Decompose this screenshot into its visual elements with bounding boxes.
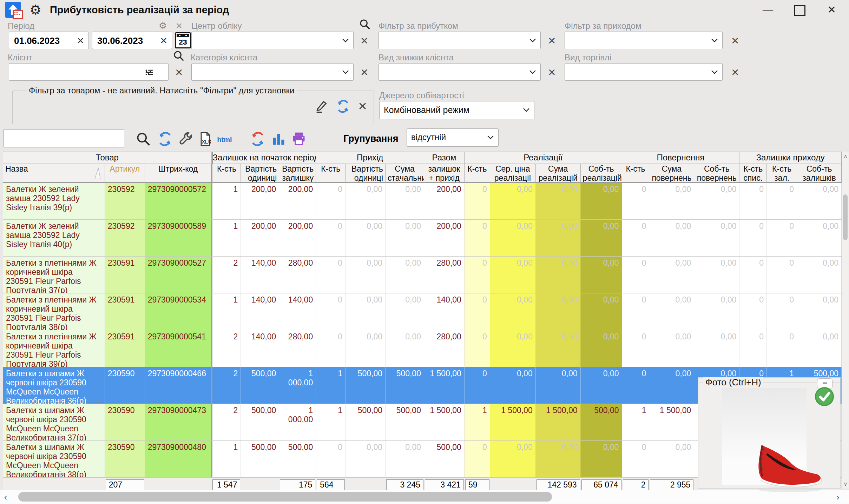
- table-cell[interactable]: 0,00: [694, 257, 739, 293]
- table-cell[interactable]: 0,00: [345, 293, 386, 330]
- table-cell[interactable]: 2973090000541: [145, 330, 212, 367]
- table-cell[interactable]: 230591: [105, 293, 145, 330]
- quick-search-input[interactable]: [4, 129, 124, 147]
- table-cell[interactable]: 0: [316, 220, 345, 256]
- table-cell[interactable]: 0,00: [581, 441, 622, 477]
- table-cell[interactable]: 230590: [105, 404, 145, 440]
- header-group-cell[interactable]: Залишки приходу: [739, 152, 842, 164]
- table-cell[interactable]: Балетки Ж зелений замша 230592 Lady Sisl…: [3, 183, 105, 219]
- table-cell[interactable]: Балетки з шипами Ж червоні шкіра 230590 …: [3, 367, 105, 404]
- horizontal-scrollbar[interactable]: ‹ ›: [0, 490, 849, 504]
- table-cell[interactable]: 140,00: [241, 257, 279, 293]
- table-cell[interactable]: 0: [739, 220, 767, 256]
- header-cell[interactable]: Сер. ціна реалізації: [490, 164, 536, 183]
- client-combobox[interactable]: [9, 63, 169, 81]
- table-cell[interactable]: 0,00: [536, 330, 581, 367]
- table-row[interactable]: Балетки з плетіннями Ж коричневий шкіра …: [3, 293, 842, 330]
- header-cell[interactable]: Сума повернень: [649, 164, 694, 183]
- header-cell[interactable]: Артикул: [105, 164, 145, 183]
- table-cell[interactable]: 0,00: [581, 183, 622, 219]
- table-cell[interactable]: 0,00: [386, 293, 424, 330]
- table-cell[interactable]: 2973090000589: [145, 220, 212, 256]
- table-cell[interactable]: 1 000,00: [279, 367, 316, 404]
- table-cell[interactable]: 0,00: [386, 257, 424, 293]
- table-cell[interactable]: 0: [465, 183, 490, 219]
- window-gear-icon[interactable]: ⚙: [29, 2, 41, 18]
- table-cell[interactable]: 0: [465, 220, 490, 256]
- table-cell[interactable]: 2: [211, 330, 241, 367]
- table-cell[interactable]: 0,00: [649, 257, 694, 293]
- table-cell[interactable]: 0: [622, 367, 650, 404]
- table-cell[interactable]: 500,00: [241, 367, 279, 404]
- table-cell[interactable]: 2: [211, 367, 241, 404]
- table-cell[interactable]: 0: [316, 330, 345, 367]
- table-cell[interactable]: 0,00: [490, 183, 536, 219]
- table-cell[interactable]: 280,00: [424, 330, 465, 367]
- table-cell[interactable]: 0,00: [490, 367, 536, 404]
- header-cell[interactable]: К-сть зал.: [767, 164, 797, 183]
- table-cell[interactable]: Балетки з плетіннями Ж коричневий шкіра …: [3, 257, 105, 293]
- table-cell[interactable]: 0,00: [797, 220, 842, 256]
- table-cell[interactable]: 0,00: [797, 293, 842, 330]
- table-cell[interactable]: 0,00: [581, 330, 622, 367]
- chart-icon[interactable]: [271, 131, 287, 147]
- table-cell[interactable]: 0,00: [581, 220, 622, 256]
- table-cell[interactable]: 0,00: [345, 330, 386, 367]
- table-cell[interactable]: 0,00: [536, 293, 581, 330]
- print-icon[interactable]: [290, 131, 308, 147]
- table-cell[interactable]: 0,00: [345, 183, 386, 219]
- table-cell[interactable]: 0: [316, 293, 345, 330]
- table-cell[interactable]: 500,00: [279, 441, 316, 477]
- table-cell[interactable]: 1: [316, 367, 345, 404]
- table-cell[interactable]: Балетки з плетіннями Ж коричневий шкіра …: [3, 293, 105, 330]
- table-cell[interactable]: 0: [739, 257, 767, 293]
- table-cell[interactable]: 0,00: [649, 441, 694, 477]
- table-cell[interactable]: 1: [465, 404, 490, 440]
- table-cell[interactable]: 0,00: [797, 257, 842, 293]
- table-cell[interactable]: 140,00: [424, 293, 465, 330]
- table-cell[interactable]: 0,00: [694, 183, 739, 219]
- header-cell[interactable]: Назва: [3, 164, 105, 183]
- html-export-icon[interactable]: html: [216, 131, 235, 147]
- table-cell[interactable]: 0,00: [536, 367, 581, 404]
- header-group-cell[interactable]: Товар: [3, 152, 212, 164]
- header-cell[interactable]: К-сть: [465, 164, 490, 183]
- table-cell[interactable]: 200,00: [241, 220, 279, 256]
- table-cell[interactable]: 500,00: [424, 441, 465, 477]
- table-cell[interactable]: 280,00: [279, 257, 316, 293]
- table-cell[interactable]: 0,00: [536, 257, 581, 293]
- date-to-input[interactable]: 30.06.2023 ✕: [92, 32, 172, 49]
- table-cell[interactable]: Балетки Ж зелений замша 230592 Lady Sisl…: [3, 220, 105, 256]
- table-cell[interactable]: 0,00: [797, 183, 842, 219]
- scroll-right-icon[interactable]: ›: [836, 492, 840, 503]
- table-cell[interactable]: 0,00: [694, 293, 739, 330]
- header-cell[interactable]: Вартість одиниці: [345, 164, 386, 183]
- product-filter-clear-icon[interactable]: ✕: [358, 100, 367, 113]
- table-cell[interactable]: 0: [316, 257, 345, 293]
- client-category-combobox[interactable]: [191, 63, 354, 81]
- table-cell[interactable]: 0: [622, 330, 650, 367]
- header-cell[interactable]: Штрих-код: [145, 164, 212, 183]
- scroll-up-icon[interactable]: ∧: [842, 152, 849, 161]
- edit-pencil-icon[interactable]: [314, 99, 328, 113]
- table-cell[interactable]: 0: [739, 293, 767, 330]
- table-cell[interactable]: 0,00: [345, 441, 386, 477]
- minimize-button[interactable]: —: [763, 4, 773, 15]
- xls-export-icon[interactable]: XLS: [197, 131, 213, 147]
- table-cell[interactable]: 2973090000534: [145, 293, 212, 330]
- table-cell[interactable]: 230592: [105, 183, 145, 219]
- table-cell[interactable]: Балетки з шипами Ж червоні шкіра 230590 …: [3, 441, 105, 477]
- table-cell[interactable]: 0: [767, 330, 797, 367]
- table-cell[interactable]: 0,00: [386, 441, 424, 477]
- table-cell[interactable]: 0,00: [490, 257, 536, 293]
- table-cell[interactable]: 0: [767, 183, 797, 219]
- table-cell[interactable]: 1 500,00: [424, 367, 465, 404]
- trade-type-combobox[interactable]: [565, 63, 723, 81]
- calendar-button[interactable]: 23: [175, 32, 191, 48]
- discount-type-combobox[interactable]: [379, 63, 541, 81]
- discount-type-clear-icon[interactable]: ✕: [548, 67, 556, 78]
- header-cell[interactable]: залишок + прихід: [424, 164, 465, 183]
- table-cell[interactable]: 1: [211, 183, 241, 219]
- table-cell[interactable]: Балетки з плетіннями Ж коричневий шкіра …: [3, 330, 105, 367]
- table-cell[interactable]: 200,00: [241, 183, 279, 219]
